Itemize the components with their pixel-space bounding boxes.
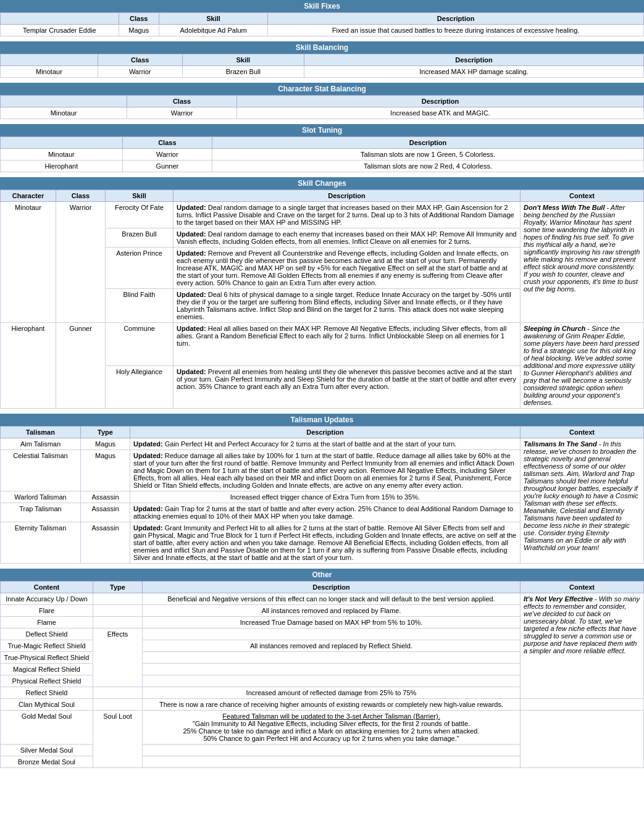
st-char: Minotaur [1,149,123,161]
ot-context-empty [521,699,644,711]
slot-tuning-section: Slot Tuning Class Description Minotaur W… [0,124,644,172]
sc-class-warrior: Warrior [56,202,106,323]
ot-type [93,687,143,699]
ot-col-desc: Description [143,582,521,593]
ot-content: Innate Accuracy Up / Down [1,593,93,605]
table-row: Minotaur Warrior Ferocity Of Fate Update… [1,202,644,228]
sb-col-char [1,54,98,66]
table-row: Aim Talisman Magus Updated: Gain Perfect… [1,438,644,450]
ot-content: Clan Mythical Soul [1,699,93,711]
tu-context: Talismans In The Sand - In this release,… [521,438,644,564]
tu-col-talisman: Talisman [1,427,81,438]
ot-type [93,699,143,711]
st-desc: Talisman slots are now 2 Red, 4 Colorles… [212,161,644,172]
talisman-updates-header: Talisman Updates [0,414,644,426]
cs-col-class: Class [127,96,237,107]
ot-desc: All instances removed and replaced by Re… [143,640,521,652]
skill-changes-table: Character Class Skill Description Contex… [0,190,644,409]
skill-balancing-header: Skill Balancing [0,41,644,54]
char-stat-table: Class Description Minotaur Warrior Incre… [0,95,644,119]
ot-context: It's Not Very Effective - With so many e… [521,593,644,699]
sb-char: Minotaur [1,66,98,78]
sb-col-class: Class [98,54,182,66]
skill-changes-section: Skill Changes Character Class Skill Desc… [0,177,644,409]
sc-desc: Updated: Prevent all enemies from healin… [174,366,521,409]
skill-fixes-section: Skill Fixes Class Skill Description Temp… [0,0,644,36]
tu-talisman: Trap Talisman [1,503,81,522]
skill-balancing-table: Class Skill Description Minotaur Warrior… [0,54,644,78]
other-table: Content Type Description Context Innate … [0,581,644,768]
sc-desc: Updated: Deal 6 hits of physical damage … [174,289,521,323]
ot-col-content: Content [1,582,93,593]
sc-skill: Ferocity Of Fate [106,202,174,228]
sc-col-desc: Description [174,190,521,202]
other-header: Other [0,569,644,581]
tu-col-desc: Description [130,427,521,438]
table-row: Templar Crusader Eddie Magus Adolebitque… [1,25,644,36]
sc-skill: Holy Allegiance [106,366,174,409]
ot-content: Silver Medal Soul [1,745,93,756]
ot-content: True-Magic Reflect Shield [1,640,93,652]
tu-type: Assassin [81,491,130,503]
sf-char: Templar Crusader Eddie [1,25,119,36]
talisman-updates-table: Talisman Type Description Context Aim Ta… [0,426,644,564]
table-row: Minotaur Warrior Talisman slots are now … [1,149,644,161]
sf-col-skill: Skill [159,13,267,25]
sc-skill: Brazen Bull [106,228,174,248]
sf-col-desc: Description [268,13,644,25]
st-desc: Talisman slots are now 1 Green, 5 Colorl… [212,149,644,161]
ot-type-soul-loot: Soul Loot [93,711,143,768]
ot-content: Physical Reflect Shield [1,675,93,687]
ot-content: Flame [1,617,93,629]
ot-type-effects: Effects [93,629,143,687]
ot-content: Gold Medal Soul [1,711,93,745]
tu-type: Magus [81,438,130,450]
sc-context-hierophant: Sleeping in Church - Since the awakening… [521,323,644,409]
sc-col-context: Context [521,190,644,202]
tu-talisman: Aim Talisman [1,438,81,450]
table-row: Minotaur Warrior Brazen Bull Increased M… [1,66,644,78]
sc-skill: Blind Faith [106,289,174,323]
tu-col-type: Type [81,427,130,438]
sf-col-class: Class [119,13,159,25]
sc-skill: Asterion Prince [106,248,174,289]
st-char: Hierophant [1,161,123,172]
table-row: Hierophant Gunner Commune Updated: Heal … [1,323,644,366]
sc-desc: Updated: Deal random damage to a single … [174,202,521,228]
skill-balancing-section: Skill Balancing Class Skill Description … [0,41,644,78]
ot-desc [143,629,521,640]
ot-content: True-Physical Reflect Shield [1,652,93,664]
table-row: Gold Medal Soul Soul Loot Featured Talis… [1,711,644,745]
ot-content: Deflect Shield [1,629,93,640]
st-col-class: Class [122,137,212,149]
tu-desc: Increased effect trigger chance of Extra… [130,491,521,503]
ot-desc [143,664,521,675]
sb-desc: Increased MAX HP damage scaling. [304,66,643,78]
ot-col-type: Type [93,582,143,593]
sc-skill: Commune [106,323,174,366]
sc-desc: Updated: Remove and Prevent all Counters… [174,248,521,289]
ot-desc [143,756,521,768]
ot-desc [143,745,521,756]
ot-desc: Featured Talisman will be updated to the… [143,711,521,745]
cs-desc: Increased base ATK and MAGIC. [237,107,644,119]
talisman-updates-section: Talisman Updates Talisman Type Descripti… [0,414,644,564]
sc-col-skill: Skill [106,190,174,202]
cs-char: Minotaur [1,107,127,119]
sc-desc: Updated: Heal all allies based on their … [174,323,521,366]
ot-desc: All instances removed and replaced by Fl… [143,605,521,617]
ot-type [93,593,143,605]
cs-col-char [1,96,127,107]
sf-class: Magus [119,25,159,36]
sc-class-gunner: Gunner [56,323,106,409]
skill-fixes-table: Class Skill Description Templar Crusader… [0,12,644,36]
sb-col-skill: Skill [182,54,304,66]
st-col-char [1,137,123,149]
char-stat-section: Character Stat Balancing Class Descripti… [0,83,644,119]
tu-talisman: Celestial Talisman [1,450,81,491]
ot-col-context: Context [521,582,644,593]
tu-desc: Updated: Reduce damage all allies take b… [130,450,521,491]
cs-col-desc: Description [237,96,644,107]
ot-content: Bronze Medal Soul [1,756,93,768]
ot-content: Reflect Shield [1,687,93,699]
